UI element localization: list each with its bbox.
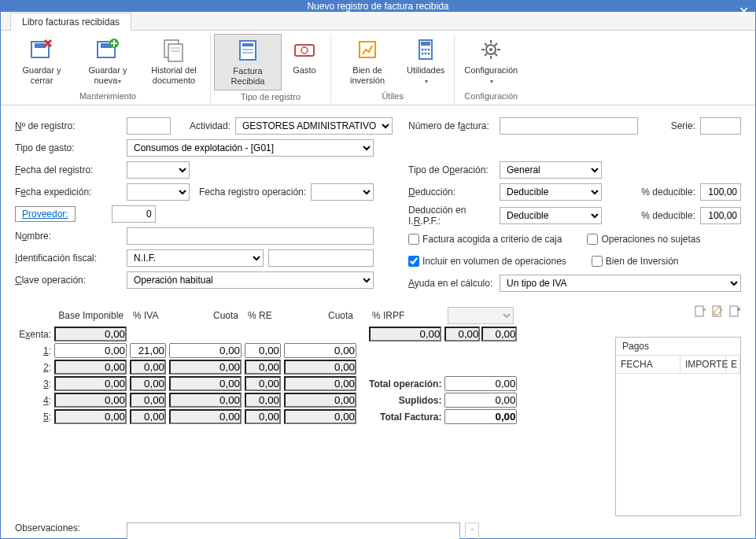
bien-inversion-button[interactable]: Bien de inversión <box>334 34 400 90</box>
col-cuota2: Cuota <box>282 305 358 326</box>
chk-no-sujetas[interactable]: Operaciones no sujetas <box>587 234 700 245</box>
suplidos-label: Suplidos: <box>367 392 443 408</box>
tipo-gasto-select[interactable]: Consumos de explotación - [G01] <box>127 139 374 157</box>
fecha-expedicion-input[interactable] <box>127 183 190 201</box>
tipo-operacion-label: Tipo de Operación: <box>408 164 495 175</box>
fecha-registro-input[interactable] <box>127 161 190 179</box>
svg-rect-6 <box>168 44 183 61</box>
utilidades-button[interactable]: Utilidades▾ <box>400 34 451 90</box>
r3-cuota2 <box>284 376 356 391</box>
r1-iva[interactable] <box>130 343 166 358</box>
suplidos-value[interactable] <box>444 393 517 408</box>
col-base: Base Imponible <box>53 305 128 326</box>
r2-base <box>54 360 127 375</box>
gasto-button[interactable]: Gasto <box>282 34 327 90</box>
pagos-delete-icon[interactable] <box>728 305 741 318</box>
observaciones-label: Observaciones: <box>15 522 122 533</box>
num-factura-input[interactable] <box>500 117 638 135</box>
historial-button[interactable]: Historial del documento <box>141 34 207 90</box>
group-tipo-registro: Tipo de registro <box>214 90 327 103</box>
exenta-base <box>54 327 127 341</box>
serie-input[interactable] <box>700 117 741 135</box>
r5-cuota2 <box>284 409 356 424</box>
nombre-input[interactable] <box>127 227 374 245</box>
r1-cuota2[interactable] <box>284 343 356 358</box>
r1-base[interactable] <box>54 343 127 358</box>
chevron-down-icon: ▾ <box>118 78 121 85</box>
chk-caja[interactable]: Factura acogida a criterio de caja <box>408 234 562 245</box>
col-cuota: Cuota <box>168 305 243 326</box>
n-registro-label: Nº de registro: <box>15 120 122 131</box>
pagos-panel: Pagos FECHA IMPORTE E <box>615 337 741 516</box>
r2-cuota <box>169 360 242 375</box>
pagos-col-importe: IMPORTE <box>680 356 726 373</box>
svg-point-22 <box>425 53 427 55</box>
proveedor-link[interactable]: Proveedor: <box>15 206 76 222</box>
svg-point-23 <box>428 53 430 55</box>
observaciones-input[interactable] <box>127 522 460 539</box>
pagos-edit-icon[interactable] <box>711 305 724 318</box>
pagos-body[interactable] <box>616 374 740 515</box>
pct-deducible-label: % deducible: <box>641 186 695 198</box>
row5-label: 5: <box>15 408 53 425</box>
r4-cuota2 <box>284 393 356 408</box>
pct-deducible-irpf-label: % deducible: <box>641 210 695 221</box>
id-fiscal-input[interactable] <box>268 249 374 267</box>
svg-rect-17 <box>421 42 430 46</box>
r1-re[interactable] <box>245 343 281 358</box>
deduccion-select[interactable]: Deducible <box>500 183 602 201</box>
col-re: % RE <box>243 305 282 326</box>
proveedor-input[interactable] <box>112 205 156 223</box>
scroll-up-icon[interactable]: ˄ <box>465 522 479 539</box>
deduccion-irpf-select[interactable]: Deducible <box>500 207 602 224</box>
chevron-down-icon: ▾ <box>425 78 428 85</box>
r4-base <box>54 393 127 408</box>
chk-volumen[interactable]: Incluir en volumen de operaciones <box>408 256 566 267</box>
close-icon[interactable]: ✕ <box>739 4 749 19</box>
fecha-expedicion-label: Fecha expedición: <box>15 186 122 198</box>
factura-recibida-button[interactable]: Factura Recibida <box>214 34 282 90</box>
r4-cuota <box>169 393 242 408</box>
serie-label: Serie: <box>671 120 695 131</box>
tipo-operacion-select[interactable]: General <box>500 161 602 179</box>
titlebar: Nuevo registro de factura recibida ✕ <box>1 1 755 12</box>
ayuda-calculo-select[interactable]: Un tipo de IVA <box>500 275 741 292</box>
svg-rect-15 <box>360 42 375 57</box>
tab-row: Libro facturas recibidas <box>1 12 755 31</box>
group-mantenimiento: Mantenimiento <box>9 90 207 102</box>
group-utiles: Útiles <box>334 90 451 102</box>
svg-point-21 <box>422 53 424 55</box>
id-fiscal-label: Identificación fiscal: <box>15 253 122 264</box>
total-factura-value[interactable] <box>444 409 517 424</box>
svg-point-19 <box>425 49 427 51</box>
irpf-select <box>448 307 514 324</box>
r2-iva <box>130 360 166 375</box>
tab-libro-facturas[interactable]: Libro facturas recibidas <box>10 13 131 31</box>
r5-iva <box>130 409 166 424</box>
n-registro-input[interactable] <box>127 117 171 135</box>
actividad-select[interactable]: GESTORES ADMINISTRATIVOS <box>235 117 393 135</box>
fecha-reg-op-input[interactable] <box>311 183 374 201</box>
svg-rect-28 <box>730 306 738 316</box>
calculator-icon <box>413 37 438 62</box>
group-config: Configuración <box>458 90 524 102</box>
irpf-v2 <box>481 327 517 341</box>
ayuda-calculo-label: Ayuda en el cálculo: <box>408 278 495 289</box>
guardar-nueva-button[interactable]: Guardar y nueva▾ <box>75 34 141 90</box>
id-fiscal-select[interactable]: N.I.F. <box>127 249 264 267</box>
configuracion-button[interactable]: Configuración▾ <box>458 34 524 90</box>
pct-deducible-irpf-input[interactable] <box>700 207 741 224</box>
window-title: Nuevo registro de factura recibida <box>307 1 448 12</box>
row4-label: 4: <box>15 392 53 408</box>
pagos-new-icon[interactable] <box>694 305 706 318</box>
r1-cuota[interactable] <box>169 343 242 358</box>
clave-op-select[interactable]: Operación habitual <box>127 271 374 289</box>
total-op-value[interactable] <box>444 376 517 391</box>
svg-point-25 <box>489 48 492 51</box>
guardar-cerrar-button[interactable]: Guardar y cerrar <box>9 34 75 90</box>
chk-bien-inv[interactable]: Bien de Inversión <box>592 256 679 267</box>
irpf-v1 <box>444 327 480 341</box>
pct-deducible-input[interactable] <box>700 183 741 201</box>
save-close-icon <box>29 37 54 62</box>
pagos-title: Pagos <box>616 338 740 356</box>
